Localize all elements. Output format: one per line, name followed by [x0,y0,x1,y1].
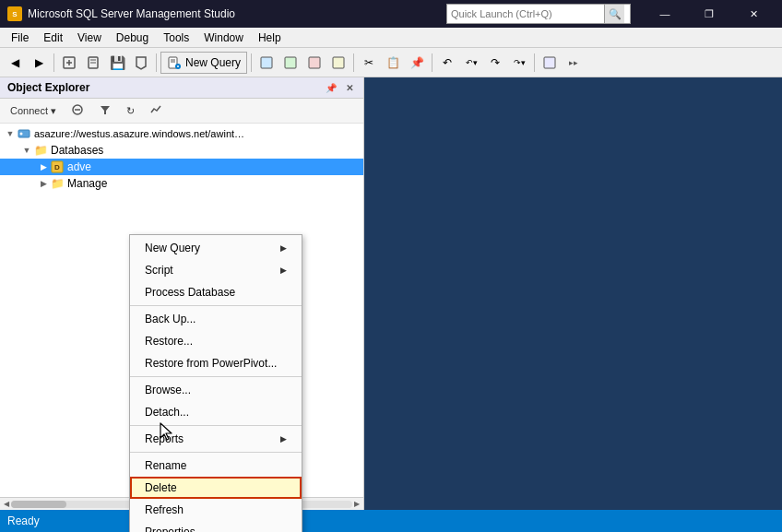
tree-manage[interactable]: ▶ 📁 Manage [0,175,363,192]
ctx-refresh[interactable]: Refresh [130,499,302,521]
tree-server[interactable]: ▼ asazure://westus.asazure.windows.net/a… [0,125,363,142]
menu-view[interactable]: View [70,28,109,47]
ctx-sep-2 [130,376,302,377]
manage-label: Manage [67,177,107,190]
scrollbar-thumb[interactable] [11,501,66,508]
menu-window[interactable]: Window [196,28,251,47]
ctx-new-query[interactable]: New Query ▶ [130,237,302,259]
toolbar-btn-b[interactable] [279,52,302,74]
toolbar-sep-5 [432,53,432,72]
toolbar-redo2[interactable]: ↷▾ [508,52,530,74]
tree-databases[interactable]: ▼ 📁 Databases [0,142,363,159]
svg-point-23 [20,133,23,136]
search-icon[interactable]: 🔍 [604,5,624,23]
toolbar-paste[interactable]: 📌 [406,52,428,74]
toolbar-redo[interactable]: ↷ [484,52,506,74]
quick-launch[interactable]: 🔍 [446,4,631,24]
server-expander[interactable]: ▼ [4,127,17,140]
oe-refresh-btn[interactable]: ↻ [120,102,141,120]
ctx-rename[interactable]: Rename [130,455,302,477]
ctx-backup[interactable]: Back Up... [130,308,302,330]
window-controls: — ❐ ✕ [644,0,775,28]
manage-folder-icon: 📁 [50,176,65,191]
oe-filter-btn[interactable] [92,100,118,121]
ctx-reports[interactable]: Reports ▶ [130,428,302,450]
oe-close-btn[interactable]: ✕ [343,82,356,94]
reports-submenu-arrow: ▶ [280,434,287,443]
toolbar-undo[interactable]: ↶ [436,52,458,74]
close-button[interactable]: ✕ [732,0,775,28]
svg-text:D: D [54,163,60,171]
databases-expander[interactable]: ▼ [20,144,33,157]
svg-rect-19 [544,57,555,68]
toolbar-extra[interactable] [539,52,561,74]
menu-edit[interactable]: Edit [36,28,70,47]
toolbar: ◀ ▶ 💾 New Query [0,48,782,77]
toolbar-execute[interactable] [255,52,278,74]
restore-button[interactable]: ❐ [688,0,730,28]
toolbar-icon-2[interactable] [82,52,104,74]
toolbar-copy[interactable]: 📋 [382,52,404,74]
svg-text:S: S [12,10,18,18]
app-title: Microsoft SQL Server Management Studio [28,7,441,20]
new-query-label: New Query [185,56,241,69]
toolbar-icon-3[interactable]: 💾 [106,52,128,74]
status-text: Ready [7,514,40,527]
oe-header: Object Explorer 📌 ✕ [0,77,363,99]
minimize-button[interactable]: — [644,0,686,28]
toolbar-icon-4[interactable] [130,52,152,74]
menu-debug[interactable]: Debug [109,28,156,47]
toolbar-undo2[interactable]: ↶▾ [460,52,482,74]
main-area: Object Explorer 📌 ✕ Connect ▾ ↻ [0,77,782,510]
status-bar: Ready [0,510,782,532]
ctx-process-db[interactable]: Process Database [130,281,302,303]
menu-bar: File Edit View Debug Tools Window Help [0,28,782,48]
toolbar-sep-3 [251,53,252,72]
scroll-left-arrow[interactable]: ◀ [2,500,11,508]
ctx-delete[interactable]: Delete [130,477,302,499]
ctx-restore-powerpivot[interactable]: Restore from PowerPivot... [130,352,302,374]
ctx-restore[interactable]: Restore... [130,330,302,352]
script-submenu-arrow: ▶ [280,266,287,275]
tree-database-adve[interactable]: ▶ D adve [0,159,363,175]
nav-forward-btn[interactable]: ▶ [28,52,50,74]
svg-rect-15 [261,57,272,68]
oe-pin-btn[interactable]: 📌 [323,82,339,94]
title-bar: S Microsoft SQL Server Management Studio… [0,0,782,28]
adve-label: adve [67,160,91,173]
ctx-sep-1 [130,305,302,306]
new-query-icon [167,55,182,70]
oe-report-btn[interactable] [143,100,169,121]
ctx-browse[interactable]: Browse... [130,379,302,401]
toolbar-cut[interactable]: ✂ [358,52,380,74]
ctx-script[interactable]: Script ▶ [130,259,302,281]
main-content-area [364,77,782,510]
new-query-toolbar-btn[interactable]: New Query [160,52,247,74]
svg-rect-17 [309,57,320,68]
databases-label: Databases [51,144,103,157]
menu-file[interactable]: File [4,28,36,47]
app-icon: S [7,6,22,21]
svg-marker-8 [136,57,146,69]
manage-expander[interactable]: ▶ [37,177,50,190]
toolbar-sep-2 [156,53,157,72]
menu-help[interactable]: Help [251,28,289,47]
toolbar-btn-d[interactable] [327,52,350,74]
server-icon [17,126,31,141]
toolbar-btn-c[interactable] [303,52,326,74]
oe-disconnect-btn[interactable] [65,100,90,121]
oe-connect-btn[interactable]: Connect ▾ [4,102,63,120]
svg-rect-18 [333,57,344,68]
menu-tools[interactable]: Tools [156,28,196,47]
svg-rect-16 [285,57,296,68]
toolbar-more[interactable]: ▸▸ [563,52,585,74]
ctx-detach[interactable]: Detach... [130,401,302,423]
context-menu: New Query ▶ Script ▶ Process Database Ba… [129,234,302,532]
toolbar-icon-1[interactable] [58,52,80,74]
scroll-right-arrow[interactable]: ▶ [352,500,361,508]
ctx-properties[interactable]: Properties [130,521,302,532]
object-explorer: Object Explorer 📌 ✕ Connect ▾ ↻ [0,77,364,510]
quick-launch-input[interactable] [447,5,604,23]
nav-back-btn[interactable]: ◀ [4,52,26,74]
adve-expander[interactable]: ▶ [37,160,50,173]
